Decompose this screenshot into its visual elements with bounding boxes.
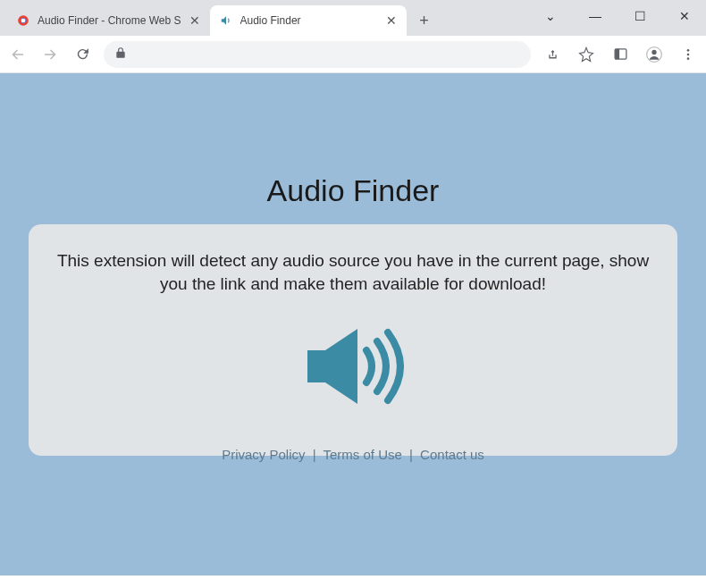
svg-point-9: [687, 57, 690, 60]
tab-label: Audio Finder: [240, 14, 378, 27]
svg-rect-4: [615, 49, 619, 59]
contact-link[interactable]: Contact us: [420, 447, 484, 462]
speaker-favicon-icon: [219, 13, 233, 28]
chrome-favicon-icon: [16, 13, 30, 28]
side-panel-button[interactable]: [609, 44, 631, 65]
address-bar[interactable]: [104, 41, 531, 68]
profile-button[interactable]: [643, 44, 665, 65]
svg-marker-11: [325, 329, 357, 404]
maximize-button[interactable]: ☐: [631, 9, 649, 23]
separator: |: [409, 447, 413, 462]
page-title: Audio Finder: [0, 73, 706, 224]
reload-button[interactable]: [71, 44, 93, 65]
tab-search-chevron-icon[interactable]: ⌄: [542, 9, 559, 23]
info-panel: This extension will detect any audio sou…: [29, 224, 677, 456]
svg-point-6: [651, 49, 656, 54]
separator: |: [313, 447, 316, 462]
footer-links: Privacy Policy | Terms of Use | Contact …: [0, 447, 706, 462]
minimize-button[interactable]: —: [586, 9, 604, 23]
lock-icon: [114, 46, 127, 63]
toolbar-right-icons: [542, 44, 699, 65]
bookmark-star-button[interactable]: [576, 44, 597, 65]
close-window-button[interactable]: ✕: [676, 9, 693, 23]
share-button[interactable]: [542, 44, 563, 65]
window-controls: ⌄ — ☐ ✕: [542, 9, 693, 23]
svg-point-8: [687, 53, 690, 55]
privacy-link[interactable]: Privacy Policy: [222, 447, 305, 462]
close-tab-icon[interactable]: ✕: [189, 13, 201, 28]
svg-point-2: [21, 19, 26, 23]
toolbar: [0, 36, 706, 73]
forward-button[interactable]: [39, 44, 61, 65]
new-tab-button[interactable]: +: [412, 8, 437, 33]
menu-button[interactable]: [677, 44, 699, 65]
terms-link[interactable]: Terms of Use: [324, 447, 402, 462]
page-content: pcrisk.com Audio Finder This extension w…: [0, 73, 706, 575]
svg-point-7: [687, 49, 690, 52]
speaker-icon: [55, 313, 651, 420]
tab-label: Audio Finder - Chrome Web S: [38, 14, 181, 27]
tab-chrome-web-store[interactable]: Audio Finder - Chrome Web S ✕: [7, 5, 210, 36]
back-button[interactable]: [7, 44, 29, 65]
svg-rect-10: [307, 350, 325, 382]
tab-audio-finder[interactable]: Audio Finder ✕: [210, 5, 407, 36]
description-text: This extension will detect any audio sou…: [55, 249, 651, 295]
close-tab-icon[interactable]: ✕: [385, 13, 398, 28]
